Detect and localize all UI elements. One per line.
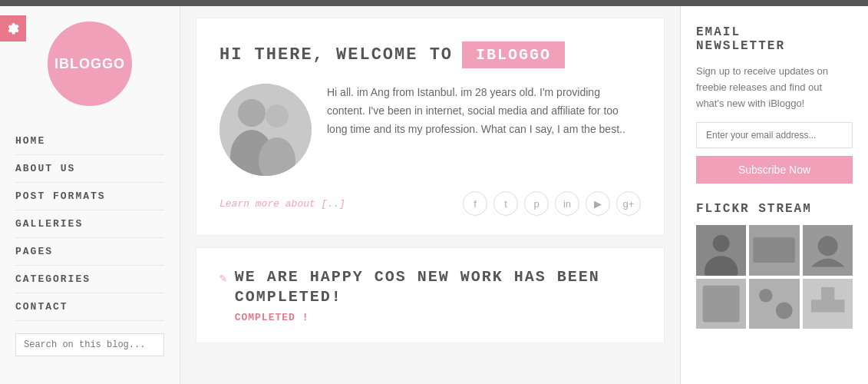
svg-point-15 bbox=[759, 289, 772, 302]
svg-rect-14 bbox=[749, 279, 799, 329]
sidebar-item-pages[interactable]: PAGES bbox=[15, 238, 164, 266]
svg-rect-9 bbox=[754, 238, 795, 263]
newsletter-description: Sign up to receive updates on freebie re… bbox=[696, 64, 853, 111]
subscribe-button[interactable]: Subscribe Now bbox=[696, 156, 853, 184]
flickr-title: FLICKR STREAM bbox=[696, 202, 853, 216]
search-input[interactable] bbox=[15, 333, 164, 356]
svg-point-3 bbox=[266, 104, 289, 127]
main-layout: IBLOGGO HOME ABOUT US POST FORMATS GALLE… bbox=[0, 6, 868, 384]
svg-rect-18 bbox=[811, 300, 845, 312]
top-bar bbox=[0, 0, 868, 6]
youtube-icon[interactable]: ▶ bbox=[586, 191, 610, 216]
svg-point-6 bbox=[713, 235, 730, 252]
post-1: HI THERE, WELCOME TO IBLOGGO Hi all. i bbox=[196, 18, 665, 236]
sidebar-item-home[interactable]: HOME bbox=[15, 127, 164, 155]
social-icons: f t p in ▶ g+ bbox=[463, 191, 641, 216]
facebook-icon[interactable]: f bbox=[463, 191, 487, 216]
avatar-image bbox=[219, 84, 312, 176]
flickr-thumb-2[interactable] bbox=[749, 225, 799, 275]
flickr-thumb-4[interactable] bbox=[696, 279, 746, 329]
post-2-title-text: WE ARE HAPPY COS NEW WORK HAS BEEN COMPL… bbox=[235, 267, 641, 307]
flickr-thumb-6[interactable] bbox=[803, 279, 853, 329]
flickr-grid bbox=[696, 225, 853, 329]
edit-icon: ✎ bbox=[219, 270, 227, 286]
sidebar-item-post-formats[interactable]: POST FORMATS bbox=[15, 183, 164, 210]
email-input[interactable] bbox=[696, 122, 853, 148]
sidebar-item-about-us[interactable]: ABOUT US bbox=[15, 155, 164, 183]
post-1-title-row: HI THERE, WELCOME TO IBLOGGO bbox=[219, 41, 641, 68]
pinterest-icon[interactable]: p bbox=[524, 191, 549, 216]
right-sidebar: EMAILNEWSLETTER Sign up to receive updat… bbox=[680, 6, 868, 384]
logo-text: IBLOGGO bbox=[54, 56, 125, 72]
gear-icon bbox=[6, 22, 20, 35]
post-2-title-block: WE ARE HAPPY COS NEW WORK HAS BEEN COMPL… bbox=[235, 267, 641, 323]
flickr-thumb-5[interactable] bbox=[749, 279, 799, 329]
logo[interactable]: IBLOGGO bbox=[48, 22, 132, 106]
nav-menu: HOME ABOUT US POST FORMATS GALLERIES PAG… bbox=[0, 127, 180, 321]
post-2-title-row: ✎ WE ARE HAPPY COS NEW WORK HAS BEEN COM… bbox=[219, 267, 641, 323]
svg-rect-19 bbox=[821, 287, 834, 300]
post-1-body: Hi all. im Ang from Istanbul. im 28 year… bbox=[219, 84, 641, 176]
twitter-icon[interactable]: t bbox=[493, 191, 518, 216]
completed-badge: COMPLETED ! bbox=[235, 312, 641, 323]
post-1-title-text: HI THERE, WELCOME TO bbox=[219, 45, 453, 65]
post-1-content: Hi all. im Ang from Istanbul. im 28 year… bbox=[327, 84, 641, 176]
flickr-thumb-1[interactable] bbox=[696, 225, 746, 275]
flickr-thumb-3[interactable] bbox=[803, 225, 853, 275]
svg-point-16 bbox=[776, 302, 793, 319]
avatar bbox=[219, 84, 312, 176]
gear-button[interactable] bbox=[0, 15, 26, 41]
svg-point-1 bbox=[238, 99, 266, 127]
sidebar-item-categories[interactable]: CATEGORIES bbox=[15, 266, 164, 293]
sidebar-item-contact[interactable]: CONTACT bbox=[15, 293, 164, 321]
sidebar: IBLOGGO HOME ABOUT US POST FORMATS GALLE… bbox=[0, 6, 180, 384]
sidebar-item-galleries[interactable]: GALLERIES bbox=[15, 210, 164, 238]
svg-point-11 bbox=[817, 237, 837, 257]
post-1-footer: Learn more about [..] f t p in ▶ g+ bbox=[219, 191, 641, 216]
linkedin-icon[interactable]: in bbox=[555, 191, 579, 216]
post-2: ✎ WE ARE HAPPY COS NEW WORK HAS BEEN COM… bbox=[196, 247, 665, 343]
newsletter-title: EMAILNEWSLETTER bbox=[696, 25, 853, 53]
post-1-title-badge: IBLOGGO bbox=[462, 41, 565, 68]
googleplus-icon[interactable]: g+ bbox=[616, 191, 641, 216]
svg-rect-13 bbox=[703, 285, 740, 322]
content-area: HI THERE, WELCOME TO IBLOGGO Hi all. i bbox=[180, 6, 680, 384]
learn-more-link[interactable]: Learn more about [..] bbox=[219, 198, 345, 210]
